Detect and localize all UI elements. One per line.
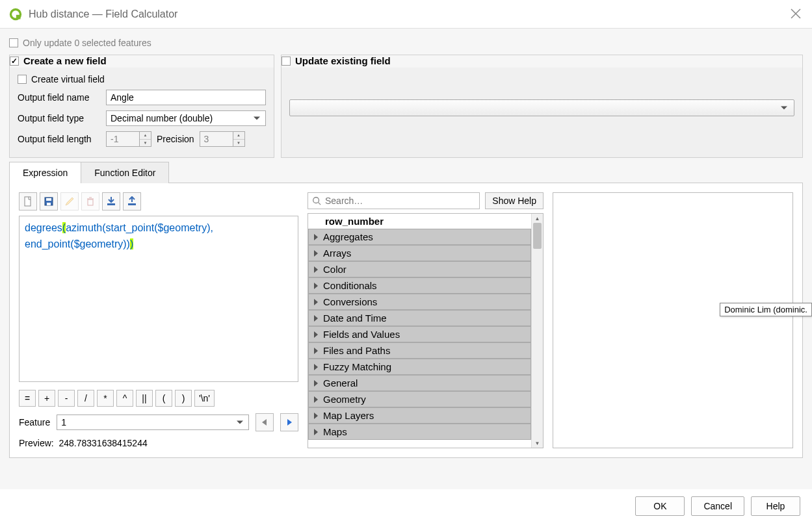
update-existing-checkbox[interactable] (282, 57, 291, 66)
caret-right-icon (314, 429, 318, 435)
function-list-column: Show Help row_number Aggregates Arrays C… (308, 192, 544, 448)
prev-feature-button[interactable] (255, 413, 274, 431)
preview-row: Preview: 248.78331638415244 (19, 438, 298, 448)
ok-button[interactable]: OK (635, 496, 685, 516)
save-button[interactable] (40, 192, 58, 210)
tree-item[interactable]: Date and Time (308, 310, 531, 326)
tree-item[interactable]: Conversions (308, 294, 531, 310)
virtual-field-checkbox[interactable] (18, 75, 27, 84)
tree-item[interactable]: Conditionals (308, 277, 531, 294)
svg-rect-6 (46, 198, 51, 201)
op-div[interactable]: / (77, 390, 94, 407)
svg-point-15 (313, 198, 319, 203)
tab-expression[interactable]: Expression (9, 162, 81, 183)
new-file-button[interactable] (19, 192, 37, 210)
output-type-label: Output field type (18, 113, 101, 123)
tree-item[interactable]: Geometry (308, 391, 531, 407)
op-eq[interactable]: = (19, 390, 36, 407)
tree-item[interactable]: Files and Paths (308, 342, 531, 359)
search-field[interactable] (325, 196, 475, 206)
svg-rect-12 (128, 203, 136, 205)
output-length-value[interactable] (106, 131, 140, 147)
show-help-button[interactable]: Show Help (485, 192, 544, 209)
update-field-select[interactable] (289, 99, 794, 116)
svg-rect-7 (47, 203, 51, 205)
scroll-down-icon[interactable]: ▼ (532, 439, 543, 448)
op-newline[interactable]: '\n' (194, 390, 215, 407)
caret-right-icon (314, 364, 318, 370)
import-button[interactable] (102, 192, 120, 210)
create-field-panel: Create a new field Create virtual field … (9, 55, 274, 158)
svg-rect-11 (107, 203, 115, 205)
content-area: Only update 0 selected features Create a… (0, 29, 812, 489)
chevron-down-icon (237, 421, 243, 424)
export-button[interactable] (123, 192, 141, 210)
function-tree[interactable]: row_number Aggregates Arrays Color Condi… (308, 213, 544, 448)
update-existing-label: Update existing field (295, 55, 391, 66)
scroll-up-icon[interactable]: ▲ (532, 214, 543, 223)
op-rparen[interactable]: ) (175, 390, 192, 407)
next-feature-button[interactable] (280, 413, 298, 431)
output-length-spin[interactable]: ▲▼ (106, 131, 151, 147)
titlebar: Hub distance — Field Calculator (0, 0, 812, 29)
caret-right-icon (314, 396, 318, 403)
op-lparen[interactable]: ( (155, 390, 172, 407)
tab-bar: Expression Function Editor (9, 162, 803, 183)
precision-label: Precision (157, 134, 194, 144)
svg-rect-4 (25, 197, 31, 206)
svg-rect-1 (16, 14, 21, 19)
caret-right-icon (314, 315, 318, 322)
scrollbar[interactable]: ▲ ▼ (531, 214, 543, 448)
op-plus[interactable]: + (38, 390, 55, 407)
caret-right-icon (314, 283, 318, 289)
op-minus[interactable]: - (58, 390, 75, 407)
output-name-label: Output field name (18, 92, 101, 103)
tree-item[interactable]: Aggregates (308, 229, 531, 245)
create-new-checkbox[interactable] (10, 57, 19, 66)
output-length-label: Output field length (18, 134, 101, 144)
delete-button (81, 192, 99, 210)
caret-right-icon (314, 250, 318, 257)
update-field-panel: Update existing field (281, 55, 803, 158)
tree-item[interactable]: Fuzzy Matching (308, 359, 531, 375)
chevron-down-icon (254, 117, 260, 120)
close-icon[interactable] (790, 8, 802, 19)
create-new-label: Create a new field (23, 55, 107, 66)
feature-select[interactable]: 1 (57, 415, 249, 430)
tree-item[interactable]: Color (308, 261, 531, 277)
virtual-field-label: Create virtual field (31, 74, 105, 84)
search-icon (312, 196, 321, 205)
caret-right-icon (314, 380, 318, 387)
search-input[interactable] (308, 192, 480, 209)
caret-right-icon (314, 413, 318, 419)
qgis-logo-icon (9, 8, 22, 21)
help-button[interactable]: Help (751, 496, 800, 516)
help-panel (553, 192, 793, 448)
svg-marker-14 (287, 419, 292, 426)
scroll-thumb[interactable] (533, 223, 542, 249)
op-mul[interactable]: * (97, 390, 114, 407)
tree-item-row-number[interactable]: row_number (308, 214, 531, 229)
tree-item[interactable]: Fields and Values (308, 326, 531, 342)
op-concat[interactable]: || (136, 390, 153, 407)
expression-editor[interactable]: degrees(azimuth(start_point($geometry), … (19, 216, 298, 382)
op-pow[interactable]: ^ (116, 390, 133, 407)
only-update-checkbox[interactable] (9, 38, 18, 47)
expression-tab-body: degrees(azimuth(start_point($geometry), … (9, 183, 803, 458)
tree-item[interactable]: General (308, 375, 531, 391)
tree-item[interactable]: Map Layers (308, 407, 531, 424)
output-name-input[interactable] (106, 90, 266, 105)
tab-function-editor[interactable]: Function Editor (81, 162, 169, 183)
tree-item[interactable]: Arrays (308, 245, 531, 261)
svg-rect-8 (88, 199, 93, 205)
dialog-footer: OK Cancel Help (0, 489, 812, 523)
cancel-button[interactable]: Cancel (691, 496, 744, 516)
caret-right-icon (314, 299, 318, 305)
svg-marker-13 (262, 419, 267, 426)
edit-button (60, 192, 79, 210)
caret-right-icon (314, 348, 318, 354)
tree-item[interactable]: Maps (308, 424, 531, 440)
precision-value[interactable] (200, 131, 233, 147)
precision-spin[interactable]: ▲▼ (200, 131, 245, 147)
output-type-select[interactable]: Decimal number (double) (106, 110, 266, 126)
